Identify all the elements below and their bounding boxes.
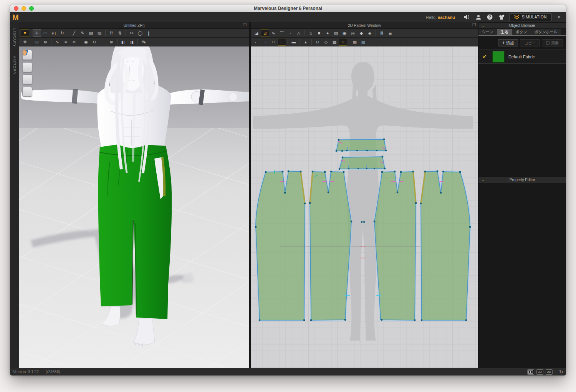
m-n-sewing-tool-icon[interactable]: ∺	[269, 38, 278, 46]
popout-window-icon[interactable]: ❐	[472, 23, 476, 27]
free-sewing-tool-icon[interactable]: ≈	[61, 38, 70, 46]
polygon-tool-icon[interactable]: ⌂	[306, 29, 315, 37]
transform-pattern-tool-icon[interactable]: ◰	[50, 29, 58, 37]
viewport-3d-canvas[interactable]	[19, 46, 249, 368]
edit-curvature-tool-icon[interactable]: ∿	[269, 29, 278, 37]
pen-tool-icon[interactable]: ╱	[70, 29, 78, 37]
flatten-right-tool-icon[interactable]: ◨	[127, 38, 136, 46]
reset-arrangement-tool-icon[interactable]: ⇅	[116, 29, 124, 37]
pattern-pieces[interactable]	[255, 139, 471, 321]
view-2d-button[interactable]: 2D	[546, 369, 553, 375]
sew-line-tool-icon[interactable]: ─	[99, 38, 107, 46]
pin-tool-icon[interactable]: ⊙	[33, 38, 41, 46]
speaker-icon[interactable]	[463, 14, 471, 21]
pleats-sewing-tool-icon[interactable]: ≣	[386, 29, 394, 37]
dart-tool-icon[interactable]: ◆	[357, 29, 366, 37]
edit-polygon-tool-icon[interactable]: △	[295, 29, 303, 37]
add-point-tool-icon[interactable]: ◦	[286, 29, 295, 37]
texture-tool-icon[interactable]: ▩	[330, 38, 339, 46]
collapse-arrow-icon[interactable]: →	[481, 23, 485, 28]
app-logo: M	[12, 13, 19, 21]
tab-fabric[interactable]: 生地	[497, 28, 512, 35]
pattern-grid-tool-icon[interactable]: ▥	[359, 38, 367, 46]
show-grain-toggle-icon[interactable]: ∷	[339, 38, 347, 46]
show-avatar-toggle[interactable]	[22, 62, 32, 72]
fasten-tool-icon[interactable]: ⊜	[107, 38, 116, 46]
internal-circle-tool-icon[interactable]: ◎	[349, 29, 357, 37]
apply-fabric-button[interactable]: ❏適用	[542, 39, 563, 46]
help-icon[interactable]: ?	[486, 14, 494, 21]
tab-button[interactable]: ボタン	[512, 28, 531, 35]
pattern-2d-canvas[interactable]	[251, 46, 478, 368]
internal-polygon-tool-icon[interactable]: ▤	[332, 29, 340, 37]
account-icon[interactable]	[475, 14, 482, 21]
select-move-tool-icon[interactable]: ✛	[33, 29, 41, 37]
avatar-display-toggle[interactable]	[22, 87, 32, 97]
add-fabric-button[interactable]: +追加	[498, 39, 518, 46]
flatten-left-tool-icon[interactable]: ◧	[119, 38, 127, 46]
edit-pattern-tool-icon[interactable]: ⊿	[261, 29, 269, 37]
pin-2d-tool-icon[interactable]: ⊙	[313, 38, 322, 46]
garment-fit-tool-icon[interactable]: ▨	[95, 29, 104, 37]
toolbar-separator	[349, 39, 349, 45]
toolbar-separator	[376, 30, 376, 36]
iron-tool-icon[interactable]: ▬	[290, 38, 298, 46]
tab-library[interactable]: LIBRARY	[13, 28, 17, 47]
status-bar: Version: 3.1.22 (r24656) 3D 2D ↻	[10, 368, 566, 375]
select-box-tool-icon[interactable]: ▭	[41, 29, 50, 37]
collapse-arrow-icon[interactable]: →	[481, 178, 485, 182]
gizmo-arrow-tool-icon[interactable]: ▼	[21, 29, 29, 37]
scissors-tool-icon[interactable]: ✂	[127, 29, 136, 37]
internal-rectangle-tool-icon[interactable]: ▣	[340, 29, 349, 37]
fabric-swatch[interactable]	[492, 51, 505, 63]
window-title: Marvelous Designer 6 Personal	[10, 6, 566, 11]
fabric-actions: +追加 コピー ❏適用	[478, 36, 566, 50]
greeting-prefix: Hello,	[426, 15, 438, 20]
walk-avatar-tool-icon[interactable]: ✥	[21, 38, 29, 46]
property-editor-body	[478, 183, 566, 368]
rectangle-tool-icon[interactable]: ■	[315, 29, 323, 37]
toolbar-separator	[31, 30, 31, 36]
tab-history[interactable]: HISTORY	[13, 56, 17, 75]
apply-icon: ❏	[546, 41, 550, 45]
button-tool-icon[interactable]: ◉	[82, 38, 90, 46]
sewing-tool-icon[interactable]: ∿	[53, 38, 61, 46]
pleats-tool-icon[interactable]: Ⅲ	[377, 29, 386, 37]
popout-window-icon[interactable]: ❐	[243, 23, 247, 27]
show-pattern-toggle[interactable]	[22, 74, 32, 84]
viewport-3d-panel: Untitled.ZPrj ❐ ▼✛▭◰↻╱✎▧▨⇈⇅✂◯❙ ✥⊙⊗∿≈≋◉⊖─…	[19, 22, 249, 368]
show-sewing-toggle-icon[interactable]: ⌐	[278, 38, 286, 46]
split-view-button[interactable]	[527, 369, 534, 375]
edit-curve-point-tool-icon[interactable]: ⌒	[278, 29, 286, 37]
copy-fabric-button[interactable]: コピー	[520, 39, 540, 46]
measure-tool-icon[interactable]: ↹	[139, 38, 148, 46]
rotate-pattern-tool-icon[interactable]: ↻	[58, 29, 66, 37]
transform-pattern-tool-icon[interactable]: ◪	[252, 29, 261, 37]
view-3d-button[interactable]: 3D	[536, 369, 543, 375]
tab-scene[interactable]: シーン	[478, 28, 497, 35]
tab-buttonhole[interactable]: ボタンホール	[531, 28, 561, 35]
fabric-list-item[interactable]: ✔ Default Fabric	[478, 50, 566, 64]
pin-vertical-tool-icon[interactable]: ❙	[144, 29, 153, 37]
detach-sewing-tool-icon[interactable]: ≋	[70, 38, 78, 46]
circle-tool-icon[interactable]: ●	[323, 29, 332, 37]
pattern-scene	[251, 46, 478, 368]
select-mesh-tool-icon[interactable]: ▴	[301, 38, 310, 46]
trace-tool-icon[interactable]: ◈	[366, 29, 374, 37]
app-bar: M Hello, aachanu ? SIMULATION ▼	[10, 12, 566, 22]
show-stress-tool-icon[interactable]: ▧	[87, 29, 95, 37]
buttonhole-tool-icon[interactable]: ⊖	[90, 38, 99, 46]
sync-arrangement-tool-icon[interactable]: ⇈	[107, 29, 116, 37]
sculpt-tool-icon[interactable]: ✎	[78, 29, 87, 37]
lasso-tool-icon[interactable]: ◯	[136, 29, 144, 37]
simulation-dropdown-caret[interactable]: ▼	[556, 15, 562, 19]
edit-texture-tool-icon[interactable]: ◇	[322, 38, 330, 46]
simulation-button[interactable]: SIMULATION	[509, 13, 552, 21]
segment-sewing-tool-icon[interactable]: ⌐	[252, 38, 261, 46]
pattern-outline-tool-icon[interactable]: ▦	[351, 38, 359, 46]
copy-label: コピー	[524, 40, 536, 46]
garment-notification-icon[interactable]	[498, 14, 505, 21]
refresh-icon[interactable]: ↻	[559, 369, 563, 375]
pin-remove-tool-icon[interactable]: ⊗	[41, 38, 50, 46]
free-sewing-tool-icon[interactable]: ¬	[261, 38, 269, 46]
